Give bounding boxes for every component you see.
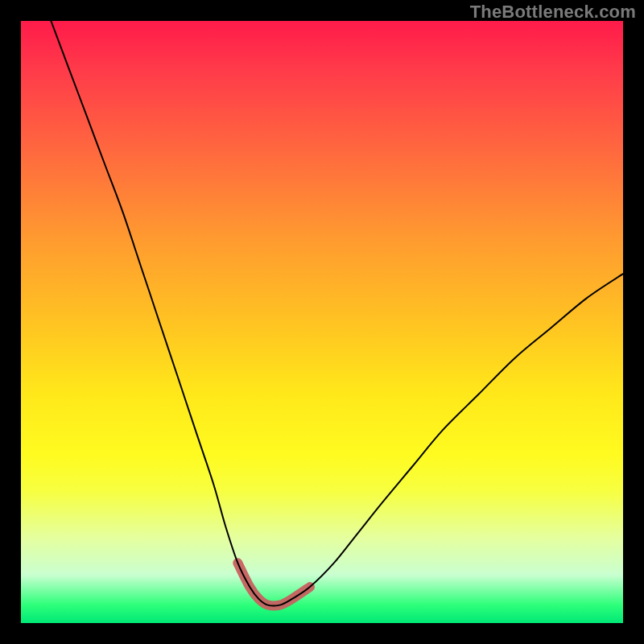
chart-plot-area — [21, 21, 623, 623]
bottleneck-curve-line — [51, 21, 623, 606]
watermark-text: TheBottleneck.com — [470, 2, 636, 23]
chart-svg — [21, 21, 623, 623]
